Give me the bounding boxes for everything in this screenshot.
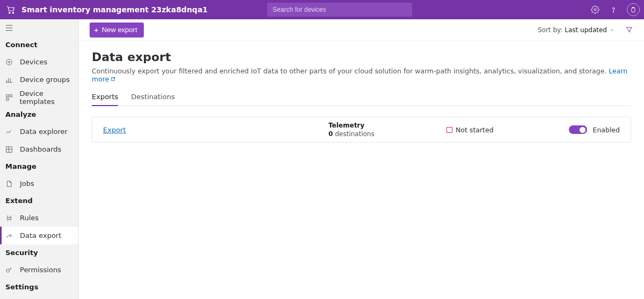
sidebar-item-label: Dashboards (20, 145, 61, 153)
sidebar-item-label: Devices (20, 58, 47, 66)
sidebar-item-devices[interactable]: Devices (0, 53, 78, 71)
svg-rect-10 (6, 146, 12, 152)
sidebar-item-jobs[interactable]: Jobs (0, 175, 78, 192)
sidebar-item-label: Data explorer (20, 128, 68, 136)
search-input[interactable] (273, 6, 407, 13)
status-not-started-icon (447, 127, 452, 133)
tab-bar: Exports Destinations (92, 93, 631, 106)
sort-label: Sort by: (538, 26, 562, 34)
app-logo-icon[interactable] (0, 5, 21, 14)
svg-rect-4 (632, 8, 635, 12)
devices-icon (5, 58, 13, 66)
sidebar-item-permissions[interactable]: Permissions (0, 261, 78, 279)
new-export-label: New export (102, 26, 137, 34)
page-title: Data export (92, 50, 631, 64)
svg-point-2 (594, 9, 596, 11)
plus-icon: + (94, 26, 99, 34)
export-status: Not started (447, 126, 565, 134)
svg-rect-8 (10, 94, 12, 96)
svg-point-3 (613, 11, 613, 12)
chevron-down-icon (609, 27, 614, 33)
sidebar-item-device-groups[interactable]: Device groups (0, 71, 78, 88)
toolbar: + New export Sort by: Last updated (79, 19, 644, 41)
sidebar-item-label: Jobs (20, 180, 34, 188)
section-analyze: Analyze (0, 106, 78, 123)
sidebar-item-label: Device templates (19, 89, 78, 106)
telemetry-title: Telemetry (328, 122, 447, 130)
sidebar-item-label: Device groups (20, 76, 70, 84)
section-extend: Extend (0, 192, 78, 209)
sort-value: Last updated (565, 26, 607, 34)
export-telemetry: Telemetry 0 destinations (328, 122, 447, 138)
filter-icon[interactable] (625, 26, 633, 34)
rules-icon (5, 214, 13, 222)
status-text: Not started (456, 126, 494, 134)
section-security: Security (0, 244, 78, 261)
main-content: + New export Sort by: Last updated Data … (79, 19, 644, 299)
tab-exports[interactable]: Exports (92, 93, 118, 106)
section-connect: Connect (0, 36, 78, 53)
svg-rect-9 (6, 98, 8, 100)
svg-point-1 (12, 12, 13, 13)
sidebar-item-rules[interactable]: Rules (0, 209, 78, 227)
sidebar-item-device-templates[interactable]: Device templates (0, 88, 78, 106)
svg-point-5 (6, 59, 12, 65)
enabled-toggle-wrap: Enabled (569, 125, 620, 134)
external-link-icon (111, 77, 116, 82)
sort-control[interactable]: Sort by: Last updated (538, 26, 614, 34)
sidebar-item-label: Permissions (20, 266, 61, 274)
help-icon[interactable] (604, 0, 623, 19)
jobs-icon (5, 180, 13, 188)
data-export-icon (5, 231, 13, 240)
search-box[interactable] (267, 3, 412, 17)
app-title: Smart inventory management 23zka8dnqa1 (21, 5, 216, 14)
top-bar: Smart inventory management 23zka8dnqa1 (0, 0, 644, 19)
section-settings: Settings (0, 279, 78, 295)
sidebar: Connect Devices Device groups Device tem… (0, 19, 79, 299)
device-groups-icon (5, 76, 13, 84)
svg-rect-7 (6, 94, 8, 96)
export-name-link[interactable]: Export (103, 126, 328, 134)
destinations-count: 0 destinations (328, 130, 447, 138)
enabled-toggle[interactable] (569, 125, 587, 134)
sidebar-item-data-explorer[interactable]: Data explorer (0, 123, 78, 140)
svg-point-6 (8, 61, 10, 63)
sidebar-item-label: Rules (20, 214, 39, 222)
account-icon[interactable] (623, 0, 644, 19)
device-templates-icon (5, 93, 13, 102)
export-row: Export Telemetry 0 destinations Not star… (92, 117, 631, 143)
section-manage: Manage (0, 158, 78, 175)
enabled-label: Enabled (592, 126, 620, 134)
tab-destinations[interactable]: Destinations (131, 93, 174, 106)
svg-point-0 (9, 12, 10, 13)
dashboards-icon (5, 145, 13, 154)
sidebar-item-data-export[interactable]: Data export (0, 227, 78, 244)
collapse-nav-icon[interactable] (0, 19, 78, 36)
data-explorer-icon (5, 128, 13, 136)
permissions-icon (5, 266, 13, 274)
sidebar-item-label: Data export (20, 231, 61, 240)
new-export-button[interactable]: + New export (90, 23, 144, 38)
settings-icon[interactable] (586, 0, 604, 19)
sidebar-item-dashboards[interactable]: Dashboards (0, 140, 78, 158)
page-description: Continuously export your filtered and en… (92, 67, 631, 83)
